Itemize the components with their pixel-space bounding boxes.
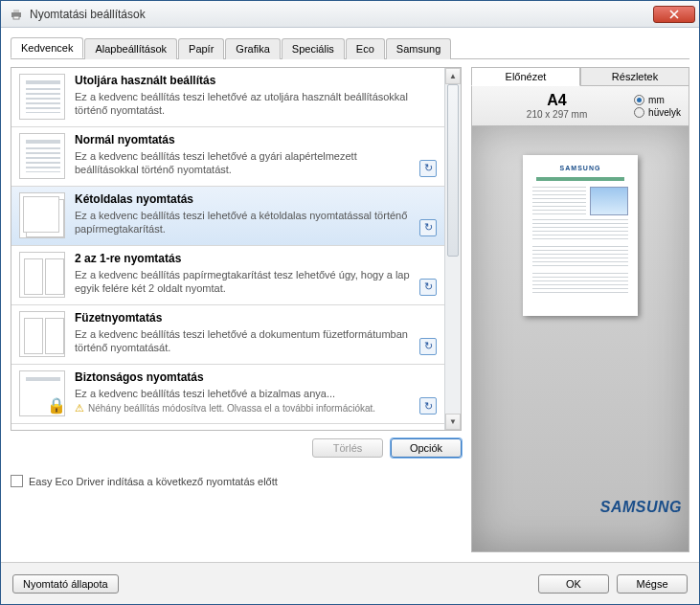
favorite-apply-icon[interactable]: ↻ [419, 219, 437, 236]
paper-info: A4 210 x 297 mm mm hüvelyk [471, 86, 689, 126]
scroll-thumb[interactable] [447, 84, 459, 257]
eco-label: Easy Eco Driver indítása a következő nyo… [29, 476, 278, 487]
unit-mm-label: mm [648, 95, 665, 105]
preview-paragraph [532, 246, 628, 269]
favorite-title: Kétoldalas nyomtatás [75, 192, 437, 206]
preview-pane: SAMSUNG [471, 126, 689, 552]
favorite-thumb-icon [19, 133, 65, 179]
paper-name: A4 [480, 92, 634, 109]
unit-mm-row[interactable]: mm [634, 95, 681, 105]
favorite-desc: Ez a kedvenc beállítás teszi lehetővé a … [75, 209, 437, 236]
page-preview: SAMSUNG [523, 155, 638, 316]
paper-size: A4 210 x 297 mm [480, 92, 634, 120]
favorite-thumb-icon [19, 370, 65, 416]
favorite-thumb-icon [19, 252, 65, 298]
scrollbar[interactable]: ▲ ▼ [444, 68, 461, 430]
unit-inch-row[interactable]: hüvelyk [634, 107, 681, 118]
svg-rect-2 [13, 16, 19, 19]
favorite-title: Biztonságos nyomtatás [75, 370, 437, 384]
tab-eco[interactable]: Eco [346, 38, 385, 59]
preview-tabs: Előnézet Részletek [471, 67, 689, 86]
favorite-apply-icon[interactable]: ↻ [419, 160, 437, 177]
preview-image-icon [590, 187, 628, 215]
printer-icon [9, 7, 24, 22]
favorite-apply-icon[interactable]: ↻ [419, 338, 437, 355]
tab-samsung[interactable]: Samsung [386, 38, 451, 59]
main-area: Utoljára használt beállítás Ez a kedvenc… [11, 67, 689, 552]
content-area: Kedvencek Alapbeállítások Papír Grafika … [1, 28, 699, 562]
options-button[interactable]: Opciók [391, 438, 462, 458]
tab-kedvencek[interactable]: Kedvencek [11, 37, 83, 58]
eco-checkbox[interactable] [11, 475, 23, 487]
delete-button[interactable]: Törlés [312, 438, 383, 458]
preview-title-bar [536, 177, 624, 181]
window-title: Nyomtatási beállítások [30, 8, 653, 21]
bottom-bar: Nyomtató állapota OK Mégse [1, 562, 699, 604]
left-panel: Utoljára használt beállítás Ez a kedvenc… [11, 67, 462, 552]
favorite-item[interactable]: Füzetnyomtatás Ez a kedvenc beállítás te… [11, 305, 444, 365]
favorite-item[interactable]: Kétoldalas nyomtatás Ez a kedvenc beállí… [11, 187, 444, 246]
paper-dim: 210 x 297 mm [480, 109, 634, 120]
favorite-item[interactable]: Normál nyomtatás Ez a kedvenc beállítás … [11, 127, 444, 187]
favorites-container: Utoljára használt beállítás Ez a kedvenc… [11, 67, 462, 431]
favorite-apply-icon[interactable]: ↻ [419, 397, 437, 415]
preview-paragraph [532, 273, 628, 296]
warning-icon: ⚠ [75, 402, 84, 415]
favorite-text: 2 az 1-re nyomtatás Ez a kedvenc beállít… [75, 252, 437, 296]
favorite-desc: Ez a kedvenc beállítás teszi lehetővé a … [75, 327, 437, 355]
favorite-item[interactable]: Biztonságos nyomtatás Ez a kedvenc beáll… [11, 365, 444, 424]
favorite-text: Biztonságos nyomtatás Ez a kedvenc beáll… [75, 370, 437, 415]
scroll-track[interactable] [445, 84, 461, 414]
favorite-title: Normál nyomtatás [75, 133, 437, 146]
close-button[interactable] [653, 6, 695, 23]
favorite-desc: Ez a kedvenc beállítás teszi lehetővé az… [75, 90, 437, 118]
brand-logo: SAMSUNG [600, 499, 682, 516]
radio-mm[interactable] [634, 95, 644, 105]
favorite-desc: Ez a kedvenc beállítás papírmegtakarítás… [75, 268, 437, 296]
favorite-text: Normál nyomtatás Ez a kedvenc beállítás … [75, 133, 437, 177]
samsung-logo-text: SAMSUNG [600, 499, 682, 515]
favorite-desc: Ez a kedvenc beállítás teszi lehetővé a … [75, 387, 437, 400]
tab-papir[interactable]: Papír [178, 38, 224, 59]
right-panel: Előnézet Részletek A4 210 x 297 mm mm [471, 67, 689, 552]
favorite-buttons: Törlés Opciók [11, 438, 462, 458]
scroll-up-button[interactable]: ▲ [445, 68, 461, 84]
favorite-thumb-icon [19, 74, 65, 120]
tab-alapbeallitasok[interactable]: Alapbeállítások [84, 38, 177, 59]
favorite-apply-icon[interactable]: ↻ [419, 279, 437, 296]
printer-status-button[interactable]: Nyomtató állapota [12, 574, 119, 594]
unit-column: mm hüvelyk [634, 95, 681, 118]
radio-inch[interactable] [634, 107, 644, 118]
favorite-title: 2 az 1-re nyomtatás [75, 252, 437, 265]
unit-inch-label: hüvelyk [648, 107, 681, 118]
tab-grafika[interactable]: Grafika [225, 38, 280, 59]
ok-button[interactable]: OK [538, 574, 609, 594]
cancel-button[interactable]: Mégse [617, 574, 688, 594]
preview-tab-details[interactable]: Részletek [580, 67, 689, 86]
favorite-title: Utoljára használt beállítás [75, 74, 437, 87]
favorite-text: Füzetnyomtatás Ez a kedvenc beállítás te… [75, 311, 437, 355]
preview-block [532, 187, 628, 215]
titlebar: Nyomtatási beállítások [1, 1, 699, 28]
favorite-item[interactable]: Utoljára használt beállítás Ez a kedvenc… [11, 68, 444, 127]
favorite-thumb-icon [19, 311, 65, 357]
warning-text: Néhány beállítás módosítva lett. Olvassa… [88, 403, 375, 414]
favorite-warning: ⚠ Néhány beállítás módosítva lett. Olvas… [75, 402, 437, 415]
scroll-down-button[interactable]: ▼ [445, 414, 461, 430]
favorite-text: Utoljára használt beállítás Ez a kedvenc… [75, 74, 437, 118]
preview-tab-preview[interactable]: Előnézet [471, 67, 580, 86]
favorites-list: Utoljára használt beállítás Ez a kedvenc… [11, 68, 444, 430]
eco-driver-row: Easy Eco Driver indítása a következő nyo… [11, 475, 462, 487]
preview-paragraph [532, 219, 628, 242]
favorite-thumb-icon [19, 192, 65, 238]
favorite-desc: Ez a kedvenc beállítás teszi lehetővé a … [75, 149, 437, 177]
favorite-title: Füzetnyomtatás [75, 311, 437, 325]
svg-rect-1 [13, 10, 19, 12]
preview-logo: SAMSUNG [532, 165, 628, 171]
main-tabs: Kedvencek Alapbeállítások Papír Grafika … [11, 37, 689, 59]
favorite-item[interactable]: 2 az 1-re nyomtatás Ez a kedvenc beállít… [11, 246, 444, 305]
print-settings-window: Nyomtatási beállítások Kedvencek Alapbeá… [0, 0, 700, 605]
preview-lines [532, 187, 586, 215]
tab-specialis[interactable]: Speciális [282, 38, 345, 59]
favorite-text: Kétoldalas nyomtatás Ez a kedvenc beállí… [75, 192, 437, 236]
